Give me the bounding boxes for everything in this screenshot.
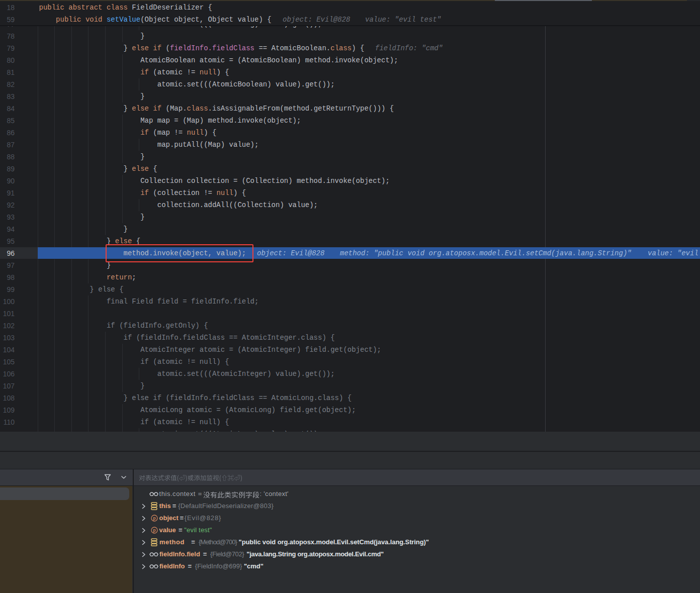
svg-text:p: p [153, 516, 156, 521]
svg-text:p: p [153, 528, 156, 533]
